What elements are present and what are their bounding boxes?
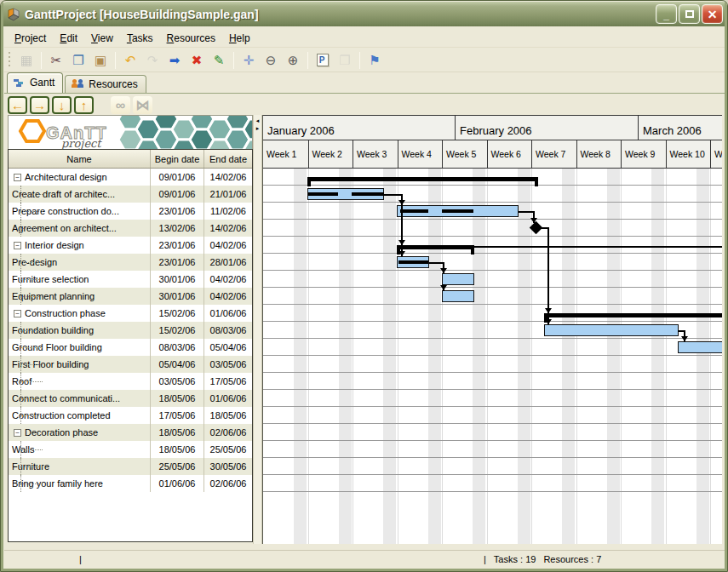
task-properties-button[interactable]: ✎	[208, 50, 230, 71]
task-navigation-toolbar: ←→↓↑∞⋈	[8, 95, 725, 115]
column-header-end-date[interactable]: End date	[204, 150, 252, 168]
summary-bar-interior-design[interactable]	[397, 245, 474, 249]
report-button[interactable]: P	[312, 50, 334, 71]
menu-help[interactable]: Help	[222, 31, 257, 46]
summary-hook	[307, 177, 311, 186]
gantt-chart-icon	[14, 78, 26, 88]
redo-button[interactable]: ↷	[141, 50, 163, 71]
task-row-interior-design[interactable]: −Interior design23/01/0604/02/06	[9, 237, 252, 254]
task-row-equipment-planning[interactable]: Equipment planning30/01/0604/02/06	[9, 288, 252, 305]
collapse-expander[interactable]: −	[14, 174, 21, 181]
task-row-pre-design[interactable]: Pre-design23/01/0628/01/06	[9, 254, 252, 271]
task-row-architectural-design[interactable]: −Architectural design09/01/0614/02/06	[9, 169, 252, 186]
cut-button[interactable]: ✂	[45, 50, 67, 71]
toolbar-separator	[359, 52, 360, 69]
tab-gantt[interactable]: Gantt	[7, 72, 63, 93]
task-row-prepare-construction-do[interactable]: Prepare construction do...23/01/0611/02/…	[9, 203, 252, 220]
move-left-icon: ←	[11, 98, 24, 112]
menu-view[interactable]: View	[84, 31, 120, 46]
task-end-cell: 18/05/06	[204, 407, 252, 424]
move-up-button[interactable]: ↑	[74, 96, 94, 114]
task-begin-cell: 23/01/06	[151, 203, 204, 220]
menu-edit[interactable]: Edit	[53, 31, 84, 46]
task-row-construction-completed[interactable]: Construction completed17/05/0618/05/06	[9, 407, 252, 424]
column-header-begin-date[interactable]: Begin date	[151, 150, 204, 168]
task-name-cell: Connect to communicati...	[9, 390, 151, 407]
task-begin-cell: 30/01/06	[151, 271, 204, 288]
collapse-expander[interactable]: −	[14, 310, 21, 317]
copy-button[interactable]: ❐	[67, 50, 89, 71]
zoom-out-button[interactable]: ⊖	[260, 50, 282, 71]
summary-bar-construction-phase[interactable]	[544, 313, 722, 317]
summary-bar-architectural-design[interactable]	[307, 177, 538, 181]
zoom-fit-button[interactable]: ✛	[238, 50, 260, 71]
menu-project[interactable]: Project	[8, 31, 53, 46]
maximize-button[interactable]	[679, 4, 700, 24]
task-bar-foundation-building[interactable]	[544, 324, 679, 336]
task-name-cell: Equipment planning	[9, 288, 151, 305]
task-row-foundation-building[interactable]: Foundation building15/02/0608/03/06	[9, 322, 252, 339]
save-button[interactable]: ▦	[15, 50, 37, 71]
unlink-tasks-icon: ⋈	[136, 97, 150, 113]
week-header-cell: Week 10	[666, 140, 711, 168]
task-row-ground-floor-building[interactable]: Ground Floor building08/03/0605/04/06	[9, 339, 252, 356]
tab-resources[interactable]: Resources	[65, 75, 146, 93]
unlink-tasks-button[interactable]: ⋈	[133, 96, 152, 114]
minimize-icon: _	[663, 9, 669, 21]
zoom-in-button[interactable]: ⊕	[282, 50, 304, 71]
weekend-stripe	[473, 169, 485, 544]
task-name-cell: −Decoration phase	[9, 424, 151, 441]
task-begin-cell: 18/05/06	[151, 441, 204, 458]
column-header-name[interactable]: Name	[9, 150, 151, 168]
title-bar[interactable]: GanttProject [HouseBuildingSample.gan] _…	[2, 2, 728, 26]
task-end-cell: 03/05/06	[204, 356, 252, 373]
minimize-button[interactable]: _	[656, 4, 677, 24]
report-icon: P	[317, 54, 330, 66]
task-bar-furniture-selection[interactable]	[442, 273, 474, 285]
new-task-button[interactable]: ➡	[163, 50, 186, 71]
task-row-agreement-on-architect[interactable]: Agreement on architect...13/02/0614/02/0…	[9, 220, 252, 237]
paste-button[interactable]: ▣	[89, 50, 112, 71]
menu-tasks[interactable]: Tasks	[120, 31, 160, 46]
delete-task-button[interactable]: ✖	[186, 50, 208, 71]
task-row-roof[interactable]: Roof03/05/0617/05/06	[9, 373, 252, 390]
splitter-collapse-arrows[interactable]: ◂▸	[254, 117, 261, 132]
task-row-construction-phase[interactable]: −Construction phase15/02/0601/06/06	[9, 305, 252, 322]
move-down-button[interactable]: ↓	[52, 96, 72, 114]
panel-splitter[interactable]: ◂▸	[253, 115, 262, 544]
dependency-arrow	[681, 336, 688, 341]
undo-button[interactable]: ↶	[119, 50, 141, 71]
toolbar-separator	[41, 52, 42, 69]
task-bar-ground-floor-building[interactable]	[678, 341, 722, 353]
weekend-stripe	[383, 169, 396, 544]
task-row-decoration-phase[interactable]: −Decoration phase18/05/0602/06/06	[9, 424, 252, 441]
row-gridline	[263, 423, 722, 424]
copy-options-button[interactable]: ❐	[334, 50, 356, 71]
move-left-button[interactable]: ←	[8, 96, 27, 114]
critical-path-button[interactable]: ⚑	[364, 50, 386, 71]
task-end-cell: 01/06/06	[204, 305, 252, 322]
task-row-bring-your-family-here[interactable]: Bring your family here01/06/0602/06/06	[9, 475, 252, 492]
task-row-furniture-selection[interactable]: Furniture selection30/01/0604/02/06	[9, 271, 252, 288]
close-button[interactable]: ✕	[702, 4, 723, 24]
menu-resources[interactable]: Resources	[160, 31, 222, 46]
task-row-furniture[interactable]: Furniture25/05/0630/05/06	[9, 458, 252, 475]
link-tasks-button[interactable]: ∞	[111, 96, 130, 114]
task-bar-equipment-planning[interactable]	[442, 290, 474, 302]
task-row-first-floor-building[interactable]: First Floor building05/04/0603/05/06	[9, 356, 252, 373]
zoom-fit-icon: ✛	[244, 53, 255, 68]
week-header-cell: Week 1	[263, 140, 308, 168]
week-header-cell: Week 8	[576, 140, 622, 168]
collapse-expander[interactable]: −	[14, 429, 21, 437]
toolbar-grip[interactable]	[7, 52, 12, 69]
weekend-stripe	[518, 169, 530, 544]
task-row-walls[interactable]: Walls18/05/0625/05/06	[9, 441, 252, 458]
task-progress-line	[400, 209, 428, 213]
task-begin-cell: 18/05/06	[151, 424, 204, 441]
row-gridline	[263, 491, 722, 492]
task-row-connect-to-communicati[interactable]: Connect to communicati...18/05/0601/06/0…	[9, 390, 252, 407]
collapse-expander[interactable]: −	[14, 242, 21, 249]
move-right-button[interactable]: →	[30, 96, 49, 114]
task-end-cell: 28/01/06	[204, 254, 252, 271]
task-row-create-draft-of-architec[interactable]: Create draft of architec...09/01/0621/01…	[9, 186, 252, 203]
